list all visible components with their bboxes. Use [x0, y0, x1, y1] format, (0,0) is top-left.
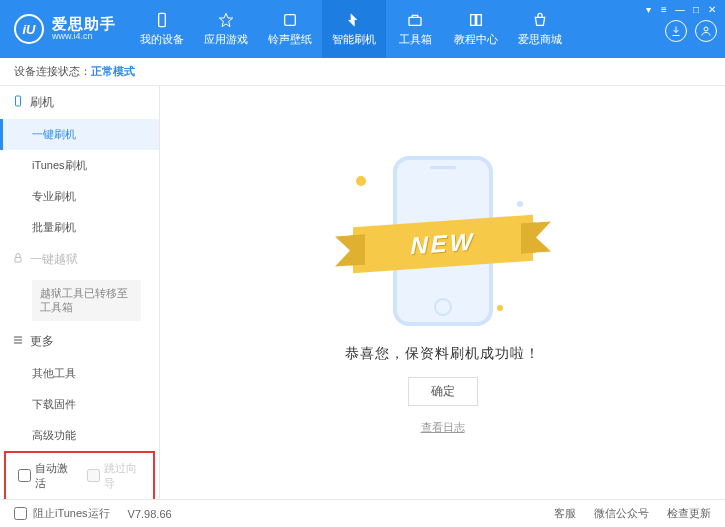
phone-flash-icon	[12, 95, 24, 110]
nav-label: 智能刷机	[332, 32, 376, 47]
sidebar-item-batch-flash[interactable]: 批量刷机	[0, 212, 159, 243]
jailbreak-note: 越狱工具已转移至工具箱	[32, 280, 141, 321]
app-logo: iU 爱思助手 www.i4.cn	[0, 0, 130, 58]
lock-icon	[12, 252, 24, 267]
sidebar-item-one-click-flash[interactable]: 一键刷机	[0, 119, 159, 150]
skip-guide-checkbox[interactable]: 跳过向导	[87, 461, 142, 491]
svg-rect-2	[409, 17, 421, 25]
status-mode: 正常模式	[91, 64, 135, 79]
sidebar-item-other-tools[interactable]: 其他工具	[0, 358, 159, 389]
app-title: 爱思助手	[52, 16, 116, 33]
sidebar-item-itunes-flash[interactable]: iTunes刷机	[0, 150, 159, 181]
status-label: 设备连接状态：	[14, 64, 91, 79]
footer-link-wechat[interactable]: 微信公众号	[594, 506, 649, 521]
sparkle-icon	[356, 176, 366, 186]
svg-rect-0	[159, 13, 166, 26]
top-nav: 我的设备 应用游戏 铃声壁纸 智能刷机 工具箱 教程中心 爱思商城	[130, 0, 643, 58]
sidebar: 刷机 一键刷机 iTunes刷机 专业刷机 批量刷机 一键越狱 越狱工具已转移至…	[0, 86, 160, 499]
sidebar-group-jailbreak: 一键越狱	[0, 243, 159, 276]
block-itunes-checkbox[interactable]: 阻止iTunes运行	[14, 506, 110, 521]
auto-activate-checkbox[interactable]: 自动激活	[18, 461, 73, 491]
svg-point-3	[704, 27, 708, 31]
main-content: NEW 恭喜您，保资料刷机成功啦！ 确定 查看日志	[160, 86, 725, 499]
nav-label: 教程中心	[454, 32, 498, 47]
version-label: V7.98.66	[128, 508, 172, 520]
window-controls: ▾ ≡ — □ ✕	[643, 0, 725, 58]
nav-label: 工具箱	[399, 32, 432, 47]
footer-link-support[interactable]: 客服	[554, 506, 576, 521]
sparkle-icon	[497, 305, 503, 311]
success-message: 恭喜您，保资料刷机成功啦！	[345, 345, 540, 363]
nav-label: 应用游戏	[204, 32, 248, 47]
nav-toolbox[interactable]: 工具箱	[386, 0, 444, 58]
sidebar-item-download-firmware[interactable]: 下载固件	[0, 389, 159, 420]
sidebar-item-advanced[interactable]: 高级功能	[0, 420, 159, 451]
svg-rect-1	[285, 15, 296, 26]
nav-label: 爱思商城	[518, 32, 562, 47]
footer-bar: 阻止iTunes运行 V7.98.66 客服 微信公众号 检查更新	[0, 499, 725, 527]
nav-label: 铃声壁纸	[268, 32, 312, 47]
close-button[interactable]: ✕	[707, 4, 717, 14]
device-status-bar: 设备连接状态： 正常模式	[0, 58, 725, 86]
more-icon	[12, 334, 24, 349]
view-log-link[interactable]: 查看日志	[421, 420, 465, 435]
ok-button[interactable]: 确定	[408, 377, 478, 406]
nav-my-device[interactable]: 我的设备	[130, 0, 194, 58]
menu-icon[interactable]: ≡	[659, 4, 669, 14]
title-bar: iU 爱思助手 www.i4.cn 我的设备 应用游戏 铃声壁纸 智能刷机 工具…	[0, 0, 725, 58]
nav-store[interactable]: 爱思商城	[508, 0, 572, 58]
download-button[interactable]	[665, 20, 687, 42]
nav-tutorials[interactable]: 教程中心	[444, 0, 508, 58]
sparkle-icon	[517, 201, 523, 207]
phone-icon	[153, 11, 171, 29]
nav-apps-games[interactable]: 应用游戏	[194, 0, 258, 58]
app-url: www.i4.cn	[52, 32, 116, 42]
logo-icon: iU	[14, 14, 44, 44]
user-button[interactable]	[695, 20, 717, 42]
new-ribbon: NEW	[353, 214, 533, 273]
maximize-button[interactable]: □	[691, 4, 701, 14]
book-icon	[467, 11, 485, 29]
nav-smart-flash[interactable]: 智能刷机	[322, 0, 386, 58]
nav-ringtones-wallpapers[interactable]: 铃声壁纸	[258, 0, 322, 58]
group-label: 刷机	[30, 94, 54, 111]
svg-rect-4	[16, 96, 21, 106]
footer-link-update[interactable]: 检查更新	[667, 506, 711, 521]
sidebar-group-flash[interactable]: 刷机	[0, 86, 159, 119]
toolbox-icon	[406, 11, 424, 29]
media-icon	[281, 11, 299, 29]
dropdown-icon[interactable]: ▾	[643, 4, 653, 14]
nav-label: 我的设备	[140, 32, 184, 47]
shop-icon	[531, 11, 549, 29]
sidebar-item-pro-flash[interactable]: 专业刷机	[0, 181, 159, 212]
svg-rect-5	[15, 258, 21, 263]
options-row: 自动激活 跳过向导	[4, 451, 155, 499]
sidebar-group-more[interactable]: 更多	[0, 325, 159, 358]
success-illustration: NEW	[338, 151, 548, 331]
minimize-button[interactable]: —	[675, 4, 685, 14]
group-label: 更多	[30, 333, 54, 350]
flash-icon	[345, 11, 363, 29]
group-label: 一键越狱	[30, 251, 78, 268]
app-icon	[217, 11, 235, 29]
